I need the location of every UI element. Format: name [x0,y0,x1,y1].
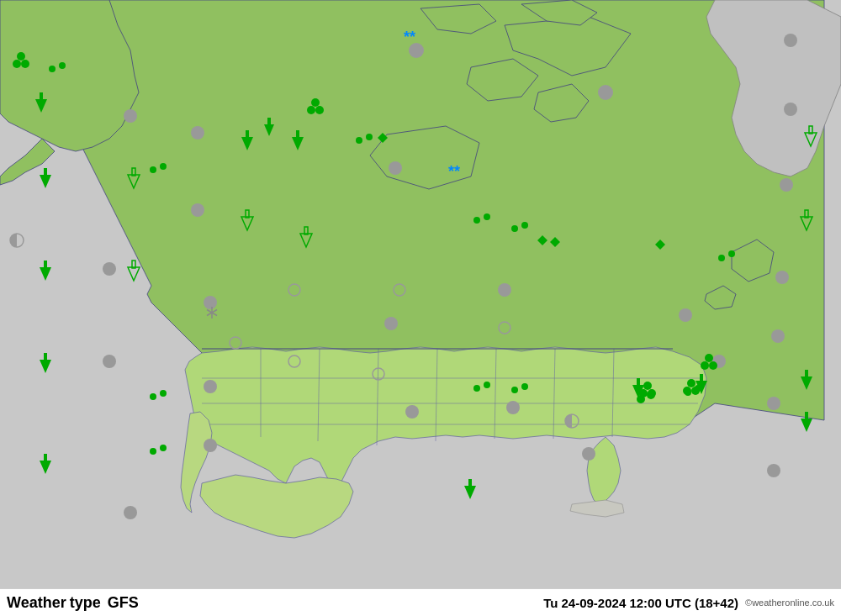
wx-drizzle-dot [160,163,167,170]
wx-drizzle-dot [150,448,156,455]
wx-drizzle-dot [521,222,528,229]
svg-point-62 [643,382,652,390]
svg-point-54 [17,52,25,61]
map-title: Weather type GFS [7,594,139,612]
svg-rect-15 [44,168,47,176]
svg-rect-39 [296,130,299,138]
wx-snow-symbol: ** [404,29,415,45]
svg-rect-21 [44,454,47,461]
wx-drizzle-dot [718,255,725,261]
map-svg: ** ** [0,0,841,588]
svg-rect-13 [40,92,43,100]
svg-rect-47 [700,374,703,382]
wx-cloud-symbol [506,401,520,414]
datetime-label: Tu 24-09-2024 12:00 UTC (18+42) [543,596,738,610]
svg-rect-35 [246,130,249,138]
wx-cloud-symbol [124,109,137,123]
wx-cloud-symbol [191,203,204,217]
wx-cloud-symbol [784,103,797,116]
wx-drizzle-dot [160,390,167,397]
model-label: GFS [108,594,139,612]
svg-point-69 [701,361,709,370]
svg-point-55 [13,60,21,68]
wx-drizzle-dot [484,382,490,388]
wx-cloud-symbol [103,262,116,276]
svg-rect-45 [637,378,640,386]
wx-cloud-symbol [771,329,785,343]
wx-cloud-symbol [780,178,793,192]
svg-rect-19 [44,353,47,361]
wx-cloud-symbol [784,34,797,47]
svg-rect-17 [44,261,47,268]
svg-rect-31 [805,370,808,377]
wx-cloud-symbol [191,126,204,140]
wx-drizzle-dot [484,213,490,220]
svg-point-63 [639,389,648,398]
wx-cloud-symbol [582,447,595,461]
wx-cloud-symbol [204,439,217,452]
svg-point-66 [683,387,691,395]
wx-drizzle-dot [473,385,480,392]
credit-label: ©weatheronline.co.uk [745,598,834,608]
svg-point-68 [705,354,713,362]
wx-drizzle-dot [356,137,362,144]
wx-cloud-symbol [103,355,116,368]
wx-drizzle-dot [511,387,518,393]
map-container: ** ** [0,0,841,588]
wx-cloud-symbol [775,271,789,284]
wx-cloud-symbol [767,464,780,477]
wx-drizzle-dot [728,250,735,257]
svg-rect-33 [805,412,808,419]
svg-rect-58 [267,118,271,125]
weather-label: Weather [7,594,66,612]
svg-point-59 [311,98,320,107]
wx-cloud-symbol [498,283,511,297]
wx-drizzle-dot [511,225,518,232]
wx-cloud-symbol [598,85,613,100]
wx-cloud-symbol [204,296,217,309]
wx-snow-symbol: ** [448,163,460,180]
wx-cloud-symbol [389,161,402,175]
bottom-bar: Weather type GFS Tu 24-09-2024 12:00 UTC… [0,588,841,616]
wx-drizzle-dot [521,383,528,390]
wx-cloud-symbol [767,397,780,410]
svg-point-64 [648,389,656,398]
wx-drizzle-dot [150,393,156,400]
svg-point-56 [21,60,29,68]
svg-point-60 [307,106,315,114]
svg-point-65 [687,379,696,387]
wx-drizzle-dot [366,134,373,140]
map-info: Tu 24-09-2024 12:00 UTC (18+42) ©weather… [543,596,834,610]
svg-point-61 [315,106,324,114]
svg-point-67 [691,387,700,395]
wx-drizzle-dot [160,445,167,451]
wx-drizzle-dot [150,166,156,173]
wx-drizzle-dot [49,66,56,72]
wx-cloud-symbol [679,308,692,322]
svg-point-70 [709,361,717,370]
wx-drizzle-dot [473,217,480,224]
svg-rect-43 [468,479,472,487]
wx-cloud-symbol [124,506,137,519]
wx-drizzle-dot [59,62,66,69]
wx-cloud-symbol [384,317,398,330]
wx-cloud-symbol [204,380,217,393]
wx-cloud-symbol [405,405,419,419]
type-label: type [70,594,101,612]
